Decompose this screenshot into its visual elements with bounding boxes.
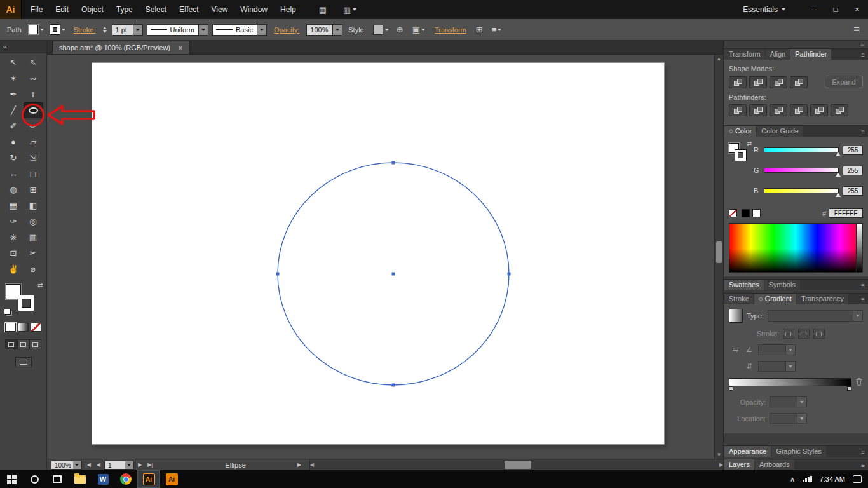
align-icon[interactable]: ⊞ [476,25,483,34]
hex-value-field[interactable]: FFFFFF [829,208,863,218]
first-artboard-icon[interactable]: |◀ [86,462,91,468]
panel-menu-icon[interactable]: ≡ [858,128,868,137]
tab-pathfinder[interactable]: Pathfinder [790,49,831,60]
shape-builder-tool[interactable]: ◍ [4,182,24,198]
scale-tool[interactable]: ⇲ [24,150,43,166]
draw-inside-button[interactable] [29,339,41,349]
white-swatch[interactable] [752,209,761,217]
gradient-stroke-within-button[interactable] [783,329,794,339]
tab-swatches[interactable]: Swatches [724,280,764,290]
control-panel-dock-icon[interactable]: ≣ [853,25,860,34]
hscroll-thumb[interactable] [505,461,531,469]
toolbar-collapse-icon[interactable]: « [3,43,7,50]
gradient-slider[interactable] [729,378,851,386]
gradient-mode-button[interactable] [18,323,29,332]
start-button[interactable] [0,470,23,488]
tab-align[interactable]: Align [766,49,790,60]
draw-normal-button[interactable] [5,339,17,349]
menu-effect[interactable]: Effect [173,0,205,19]
menu-object[interactable]: Object [75,0,110,19]
stepper-down-icon[interactable] [103,30,107,33]
stroke-weight-stepper[interactable] [103,27,107,33]
slider-thumb-icon[interactable] [836,193,841,197]
pencil-tool[interactable]: ✏ [24,118,43,134]
stroke-weight-field[interactable]: 1 pt [112,24,133,36]
default-fill-stroke-icon[interactable] [4,309,11,315]
gradient-tool[interactable]: ◧ [24,198,43,214]
network-icon[interactable] [803,476,812,482]
opacity-field[interactable]: 100% [306,24,333,36]
tab-symbols[interactable]: Symbols [764,280,800,290]
opacity-dropdown-icon[interactable] [797,397,806,407]
tab-color[interactable]: ◇Color [724,126,756,137]
brush-select[interactable]: Basic [212,24,267,36]
type-tool[interactable]: T [24,86,43,102]
blend-tool[interactable]: ◎ [24,214,43,229]
channel-value-r[interactable]: 255 [843,146,863,155]
illustrator-taskbar-button[interactable]: Ai [137,470,160,488]
tab-artboards[interactable]: Artboards [755,459,794,470]
align-options-icon[interactable]: ≡ [492,25,502,34]
eraser-tool[interactable]: ▱ [24,134,43,150]
tab-layers[interactable]: Layers [724,459,754,470]
crop-button[interactable] [790,104,808,116]
merge-button[interactable] [770,104,787,116]
action-center-icon[interactable] [853,475,862,483]
file-explorer-button[interactable] [69,470,92,488]
menu-view[interactable]: View [205,0,234,19]
mini-stroke-swatch[interactable] [735,150,746,161]
tab-stroke[interactable]: Stroke [724,294,754,304]
swap-fill-stroke-icon[interactable]: ⇄ [37,281,43,288]
transform-panel-link[interactable]: Transform [435,26,466,34]
last-artboard-icon[interactable]: ▶| [147,462,153,468]
menu-help[interactable]: Help [274,0,302,19]
stroke-weight-dropdown[interactable] [133,24,143,36]
tab-transparency[interactable]: Transparency [797,294,848,304]
divide-button[interactable] [729,104,747,116]
style-select[interactable] [373,25,389,35]
selection-tool[interactable]: ↖ [4,55,24,71]
none-mode-button[interactable] [31,323,41,332]
direct-selection-tool[interactable]: ⇖ [24,55,43,71]
panel-menu-icon[interactable]: ≡ [858,462,868,470]
menu-file[interactable]: File [24,0,49,19]
panel-menu-icon[interactable]: ≡ [858,51,868,60]
opacity-dropdown[interactable] [333,24,342,36]
gradient-location-field[interactable] [770,413,807,424]
close-button[interactable]: × [846,0,868,19]
task-view-button[interactable] [46,470,69,488]
opacity-panel-link[interactable]: Opacity: [274,26,299,34]
gradient-stop-left[interactable] [729,386,733,391]
horizontal-scrollbar[interactable]: ◀ ▶ [309,459,723,470]
selected-ellipse-artwork[interactable] [92,63,664,444]
panel-menu-icon[interactable]: ≡ [858,282,868,290]
stroke-swatch[interactable] [18,295,34,311]
width-profile-select[interactable]: Uniform [147,24,209,36]
slider-thumb-icon[interactable] [836,152,841,156]
gradient-fill-thumbnail[interactable] [729,309,743,323]
mini-swap-icon[interactable]: ⇄ [747,140,752,147]
color-spectrum[interactable] [729,223,863,273]
magic-wand-tool[interactable]: ✶ [4,71,24,86]
channel-slider-g[interactable] [764,168,839,173]
arrange-documents-icon[interactable]: ▥ [343,5,356,15]
zoom-level-field[interactable]: 100% [51,461,75,470]
draw-behind-button[interactable] [17,339,29,349]
select-similar-icon[interactable]: ▣ [412,25,425,34]
restore-button[interactable]: □ [825,0,846,19]
gradient-stroke-across-button[interactable] [813,329,825,339]
exclude-button[interactable] [790,76,808,88]
stepper-up-icon[interactable] [103,27,107,29]
touch-workspace-icon[interactable]: ▦ [319,5,327,15]
reverse-gradient-icon[interactable]: ⇋ [730,346,740,354]
lasso-tool[interactable]: ∾ [24,71,43,86]
paintbrush-tool[interactable]: ✐ [4,118,24,134]
slider-thumb-icon[interactable] [836,173,841,177]
none-swatch[interactable] [729,209,737,217]
search-button[interactable] [23,470,46,488]
panel-menu-icon[interactable]: ≡ [858,449,868,457]
artboard[interactable] [92,63,664,444]
color-mode-button[interactable] [5,323,16,332]
mesh-tool[interactable]: ▦ [4,198,24,214]
status-flyout-icon[interactable]: ▶ [297,462,301,468]
